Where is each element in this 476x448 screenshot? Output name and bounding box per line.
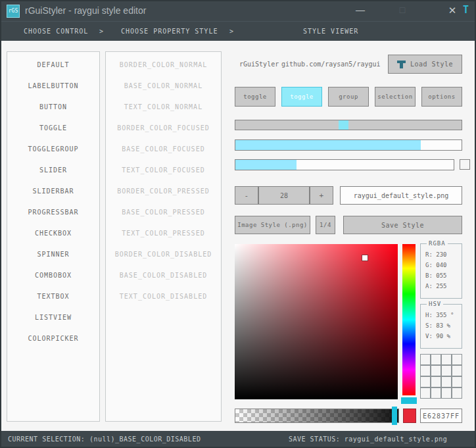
maximize-button[interactable]: □ — [396, 5, 409, 15]
hsv-panel: HSV H: 355 ° S: 83 % V: 90 % — [420, 304, 462, 349]
controls-list: DEFAULTLABELBUTTONBUTTONTOGGLETOGGLEGROU… — [7, 51, 100, 422]
property-list-item[interactable]: TEXT_COLOR_DISABLED — [106, 286, 221, 307]
control-list-item[interactable]: PROGRESSBAR — [7, 201, 99, 222]
demo-slider[interactable] — [235, 120, 462, 130]
control-list-item[interactable]: COMBOBOX — [7, 264, 99, 286]
palette-cell[interactable] — [441, 354, 452, 365]
titlebar: rGS rGuiStyler - raygui style editor — □… — [1, 1, 475, 21]
slider-handle[interactable] — [339, 120, 348, 130]
palette-cell[interactable] — [431, 376, 441, 387]
window-title: rGuiStyler - raygui style editor — [25, 5, 146, 16]
property-list-item[interactable]: BASE_COLOR_DISABLED — [106, 264, 221, 286]
palette-cell[interactable] — [431, 387, 441, 399]
hue-cursor[interactable] — [401, 397, 417, 404]
control-list-item[interactable]: TOGGLEGROUP — [7, 138, 99, 159]
demo-progressbar — [235, 139, 462, 151]
brand-label: rGuiStyler — [239, 61, 279, 68]
save-style-button[interactable]: Save Style — [343, 216, 462, 234]
hex-value-box[interactable]: E62837FF — [420, 409, 462, 423]
close-button[interactable]: ✕ — [446, 5, 459, 16]
palette-cell[interactable] — [441, 387, 452, 399]
section-tabs-bar: CHOOSE CONTROL > CHOOSE PROPERTY STYLE >… — [1, 21, 475, 41]
rgba-panel: RGBA R: 230 G: 040 B: 055 A: 255 — [420, 243, 462, 299]
palette-cell[interactable] — [452, 387, 462, 399]
property-list-item[interactable]: TEXT_COLOR_PRESSED — [106, 222, 221, 243]
property-list-item[interactable]: BASE_COLOR_NORMAL — [106, 75, 221, 96]
palette-cell[interactable] — [420, 376, 431, 387]
spinner-increase-button[interactable]: + — [310, 186, 333, 205]
filename-textbox[interactable]: raygui_default_style.png — [340, 186, 462, 205]
palette-cell[interactable] — [441, 376, 452, 387]
chevron-right-icon: > — [99, 28, 104, 35]
load-style-label: Load Style — [410, 61, 453, 68]
color-picker-area[interactable] — [235, 244, 398, 399]
toggle-button-options[interactable]: options — [421, 87, 462, 107]
palette-cell[interactable] — [452, 354, 462, 365]
load-style-button[interactable]: Load Style — [388, 55, 462, 74]
spinner-decrease-button[interactable]: - — [235, 186, 258, 205]
toggle-button-1[interactable]: toggle — [235, 87, 275, 107]
hsv-value-value: V: 90 % — [425, 331, 462, 341]
color-picker-cursor[interactable] — [362, 255, 368, 261]
hue-gradient — [402, 244, 416, 395]
control-list-item[interactable]: TEXTBOX — [7, 286, 99, 307]
palette-cell[interactable] — [431, 354, 441, 365]
palette-cell[interactable] — [431, 365, 441, 376]
save-status: SAVE STATUS: raygui_default_style.png — [289, 436, 447, 443]
property-list-item[interactable]: BORDER_COLOR_NORMAL — [106, 54, 221, 75]
hsv-hue-value: H: 355 ° — [425, 310, 462, 320]
small-checkbox[interactable] — [460, 159, 470, 170]
rguistyler-window: rGS rGuiStyler - raygui style editor — □… — [0, 0, 476, 448]
control-list-item[interactable]: TOGGLE — [7, 117, 99, 138]
property-list-item[interactable]: BASE_COLOR_PRESSED — [106, 201, 221, 222]
control-list-item[interactable]: COLORPICKER — [7, 328, 99, 349]
minimize-button[interactable]: — — [354, 5, 367, 15]
rgba-red-value: R: 230 — [425, 249, 462, 260]
palette-cell[interactable] — [420, 387, 431, 399]
current-selection-status: CURRENT SELECTION: (null)_BASE_COLOR_DIS… — [8, 436, 201, 443]
palette-cell[interactable] — [420, 354, 431, 365]
rgba-blue-value: B: 055 — [425, 270, 462, 281]
spinner-value[interactable]: 28 — [258, 186, 310, 205]
image-style-button[interactable]: Image Style (.png) — [235, 216, 310, 234]
property-list-item[interactable]: TEXT_COLOR_NORMAL — [106, 96, 221, 117]
control-list-item[interactable]: LABELBUTTON — [7, 75, 99, 96]
control-list-item[interactable]: CHECKBOX — [7, 222, 99, 243]
control-list-item[interactable]: DEFAULT — [7, 54, 99, 75]
control-list-item[interactable]: SLIDER — [7, 159, 99, 180]
control-list-item[interactable]: LISTVIEW — [7, 307, 99, 328]
chevron-right-icon: > — [229, 28, 234, 35]
control-list-item[interactable]: BUTTON — [7, 96, 99, 117]
palette-cell[interactable] — [452, 365, 462, 376]
corner-icon: T — [463, 4, 469, 16]
tab-choose-control[interactable]: CHOOSE CONTROL — [24, 28, 88, 35]
app-icon: rGS — [7, 5, 20, 18]
hsv-saturation-value: S: 83 % — [425, 320, 462, 331]
palette-cell[interactable] — [441, 365, 452, 376]
tab-style-viewer[interactable]: STYLE VIEWER — [303, 28, 358, 35]
property-list-item[interactable]: BASE_COLOR_FOCUSED — [106, 138, 221, 159]
demo-sliderbar[interactable] — [235, 159, 454, 170]
property-list-item[interactable]: BORDER_COLOR_DISABLED — [106, 243, 221, 264]
properties-list: BORDER_COLOR_NORMALBASE_COLOR_NORMALTEXT… — [105, 51, 222, 422]
hue-bar[interactable] — [401, 244, 417, 404]
toggle-button-selection[interactable]: selection — [375, 87, 416, 107]
repo-link: github.com/raysan5/raygui — [281, 61, 381, 68]
toggle-button-2-active[interactable]: toggle — [281, 87, 322, 107]
rgba-panel-title: RGBA — [427, 240, 448, 247]
palette-cell[interactable] — [452, 376, 462, 387]
toggle-button-group[interactable]: group — [328, 87, 369, 107]
rgba-alpha-value: A: 255 — [425, 281, 462, 291]
alpha-bar[interactable] — [235, 409, 399, 423]
alpha-cursor[interactable] — [392, 407, 397, 425]
property-list-item[interactable]: BORDER_COLOR_PRESSED — [106, 180, 221, 201]
property-list-item[interactable]: BORDER_COLOR_FOCUSED — [106, 117, 221, 138]
property-list-item[interactable]: TEXT_COLOR_FOCUSED — [106, 159, 221, 180]
ratio-button[interactable]: 1/4 — [316, 216, 335, 234]
tab-choose-property-style[interactable]: CHOOSE PROPERTY STYLE — [121, 28, 218, 35]
control-list-item[interactable]: SPINNER — [7, 243, 99, 264]
statusbar: CURRENT SELECTION: (null)_BASE_COLOR_DIS… — [1, 431, 475, 447]
palette-cell[interactable] — [420, 365, 431, 376]
rgba-green-value: G: 040 — [425, 260, 462, 270]
control-list-item[interactable]: SLIDERBAR — [7, 180, 99, 201]
